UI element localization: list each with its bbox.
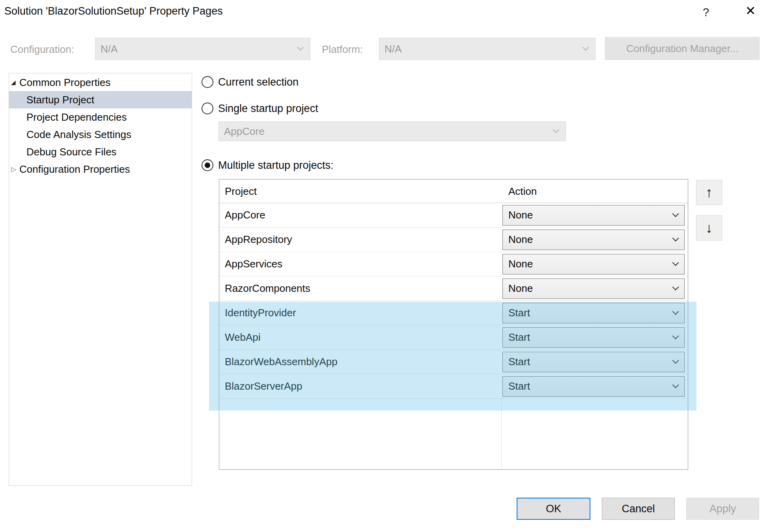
table-header: Project Action — [219, 179, 688, 203]
action-value: Start — [503, 377, 684, 396]
radio-multiple-startup-projects[interactable] — [202, 159, 213, 171]
action-value: None — [503, 230, 684, 249]
action-dropdown-razorcomponents[interactable]: None — [502, 278, 685, 299]
project-cell: BlazorServerApp — [225, 374, 302, 398]
column-header-project: Project — [225, 179, 257, 203]
radio-current-selection[interactable] — [202, 76, 213, 88]
down-arrow-icon: ↓ — [706, 220, 713, 236]
tree-item-label: Startup Project — [26, 94, 94, 106]
cancel-button[interactable]: Cancel — [602, 498, 675, 520]
single-startup-project-value: AppCore — [219, 122, 566, 141]
configuration-label: Configuration: — [10, 43, 74, 56]
tree-item-project-dependencies[interactable]: Project Dependencies — [9, 108, 192, 126]
project-cell: AppCore — [225, 203, 265, 227]
action-value: Start — [503, 303, 684, 322]
single-startup-project-dropdown[interactable]: AppCore — [218, 121, 566, 141]
tree-item-code-analysis-settings[interactable]: Code Analysis Settings — [9, 126, 192, 143]
tree-item-label: Debug Source Files — [26, 146, 116, 158]
action-dropdown-apprepository[interactable]: None — [502, 230, 685, 250]
radio-multiple-startup-projects-label[interactable]: Multiple startup projects: — [218, 159, 334, 171]
properties-tree: ◢ Common Properties Startup Project Proj… — [9, 73, 192, 486]
up-arrow-icon: ↑ — [706, 184, 713, 200]
radio-single-startup-project-label[interactable]: Single startup project — [218, 103, 318, 114]
table-row-appservices[interactable]: AppServices None — [219, 252, 688, 276]
ok-button[interactable]: OK — [517, 498, 590, 520]
action-dropdown-appservices[interactable]: None — [502, 254, 685, 274]
tree-item-startup-project[interactable]: Startup Project — [9, 91, 192, 108]
platform-label: Platform: — [322, 43, 363, 56]
tree-item-label: Code Analysis Settings — [26, 129, 131, 141]
tree-item-configuration-properties[interactable]: ▷ Configuration Properties — [9, 161, 192, 178]
move-down-button[interactable]: ↓ — [696, 215, 722, 241]
tree-expanded-icon: ◢ — [9, 79, 19, 86]
action-value: None — [503, 279, 684, 298]
tree-item-common-properties[interactable]: ◢ Common Properties — [9, 74, 192, 91]
column-header-action: Action — [508, 179, 537, 203]
tree-collapsed-icon: ▷ — [9, 165, 19, 174]
project-cell: AppServices — [225, 252, 282, 276]
table-row-blazorwebassemblyapp[interactable]: BlazorWebAssemblyApp Start — [219, 350, 688, 374]
project-cell: WebApi — [225, 325, 261, 349]
action-value: Start — [503, 352, 684, 371]
action-value: Start — [503, 328, 684, 347]
tree-item-label: Configuration Properties — [19, 163, 130, 175]
table-row-razorcomponents[interactable]: RazorComponents None — [219, 276, 688, 301]
startup-projects-table: Project Action AppCore None AppRepositor… — [219, 179, 688, 470]
action-value: None — [503, 205, 684, 224]
platform-dropdown[interactable]: N/A — [379, 38, 596, 60]
project-cell: RazorComponents — [225, 276, 310, 301]
table-row-apprepository[interactable]: AppRepository None — [219, 228, 688, 252]
project-cell: AppRepository — [225, 228, 292, 252]
project-cell: IdentityProvider — [225, 301, 296, 325]
platform-value: N/A — [379, 38, 595, 60]
action-dropdown-blazorserverapp[interactable]: Start — [502, 376, 685, 397]
project-cell: BlazorWebAssemblyApp — [225, 350, 338, 374]
radio-single-startup-project[interactable] — [202, 103, 213, 114]
table-row-blazorserverapp[interactable]: BlazorServerApp Start — [219, 374, 688, 399]
tree-item-label: Project Dependencies — [26, 111, 127, 123]
action-dropdown-webapi[interactable]: Start — [502, 327, 685, 348]
table-row-appcore[interactable]: AppCore None — [219, 203, 688, 228]
configuration-dropdown[interactable]: N/A — [95, 38, 310, 60]
configuration-manager-button[interactable]: Configuration Manager... — [605, 37, 760, 60]
tree-item-label: Common Properties — [19, 77, 110, 89]
configuration-value: N/A — [95, 38, 310, 60]
window-title: Solution 'BlazorSolutionSetup' Property … — [4, 5, 223, 17]
table-row-webapi[interactable]: WebApi Start — [219, 325, 688, 350]
apply-button[interactable]: Apply — [686, 498, 759, 520]
move-up-button[interactable]: ↑ — [696, 180, 722, 205]
radio-current-selection-label[interactable]: Current selection — [218, 76, 299, 88]
table-row-identityprovider[interactable]: IdentityProvider Start — [219, 301, 688, 325]
action-value: None — [503, 254, 684, 273]
action-dropdown-blazorwebassemblyapp[interactable]: Start — [502, 352, 685, 372]
action-dropdown-appcore[interactable]: None — [502, 205, 685, 226]
help-icon[interactable]: ? — [696, 3, 715, 21]
tree-item-debug-source-files[interactable]: Debug Source Files — [9, 143, 192, 161]
close-icon[interactable]: × — [740, 0, 761, 21]
solution-property-pages-dialog: Solution 'BlazorSolutionSetup' Property … — [0, 0, 773, 532]
action-dropdown-identityprovider[interactable]: Start — [502, 303, 685, 323]
